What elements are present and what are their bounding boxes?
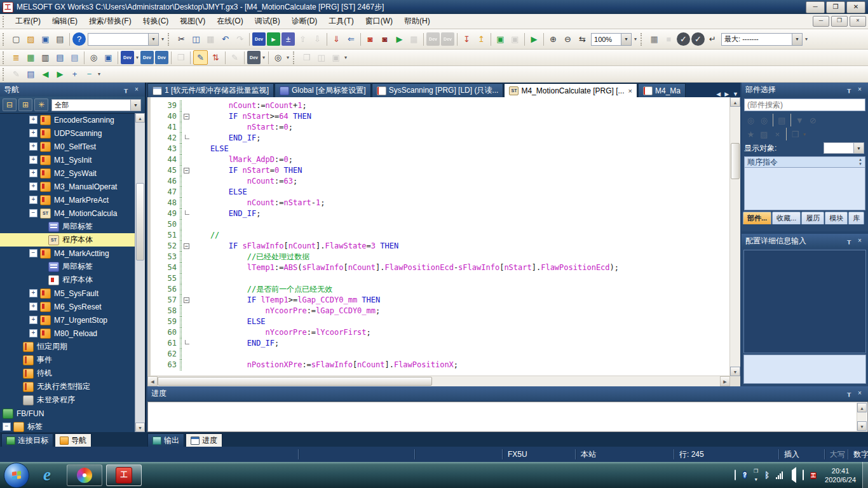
program-check-icon[interactable]: ▦ (648, 32, 661, 46)
tree-item-[interactable]: 局部标签 (0, 260, 135, 273)
scroll-right-icon[interactable]: ▶ (720, 376, 730, 386)
new-file-icon[interactable]: ▢ (10, 32, 23, 46)
gear-icon[interactable]: ✳ (34, 98, 48, 111)
internet-explorer-icon[interactable]: e (34, 464, 60, 487)
code-line-61[interactable]: 61END_IF; (147, 338, 730, 349)
element-search-input[interactable]: (部件搜索) (744, 98, 865, 111)
mdi-restore-button[interactable]: ❐ (831, 16, 848, 27)
simulation-start-icon[interactable]: ▶ (527, 32, 541, 46)
pin-icon[interactable]: ┰ (844, 389, 853, 398)
device-display-icon[interactable]: Dev (247, 51, 261, 64)
action-center-icon[interactable] (803, 471, 804, 479)
undo-icon[interactable]: ↶ (219, 32, 232, 46)
bluetooth-icon[interactable]: ᛒ (764, 471, 770, 479)
expand-box-icon[interactable]: + (29, 329, 37, 337)
editor-tab[interactable]: 1 [软元件/缓冲存储器批量监视] (147, 83, 274, 97)
device-find-icon[interactable]: Dev (121, 51, 134, 64)
tree-item-[interactable]: 恒定周期 (0, 340, 135, 353)
read-from-plc-icon[interactable]: ⇐ (344, 32, 358, 46)
mdi-minimize-button[interactable]: ─ (813, 16, 829, 27)
pin-icon[interactable]: ┰ (121, 85, 130, 94)
list-view-2-icon[interactable]: ▤ (68, 51, 81, 64)
fold-collapse-icon[interactable]: − (184, 168, 189, 173)
element-list-header[interactable]: 顺序指令 ▲▼ (744, 156, 865, 168)
dropdown-arrow-icon[interactable]: ▼ (621, 34, 631, 45)
display-target-dropdown[interactable]: 全部 ▼ (824, 142, 864, 154)
editor-hscroll-thumb[interactable] (158, 377, 432, 386)
toolbar-grip[interactable] (641, 33, 644, 46)
fold-collapse-icon[interactable]: − (184, 297, 189, 303)
chip-parameter-icon[interactable]: ▥ (39, 51, 52, 64)
zoom-fit-icon[interactable]: ⇆ (576, 32, 589, 46)
toolbar-grip[interactable] (293, 51, 297, 64)
tray-expand-icon[interactable]: ❐▾ (754, 467, 758, 484)
st-editor-icon[interactable]: ✎ (193, 50, 208, 65)
nav-scroll-thumb[interactable] (136, 183, 144, 261)
online-monitor-icon[interactable]: ▣ (494, 32, 507, 46)
nav-scrollbar[interactable]: ▲ ▼ (135, 113, 145, 432)
expand-box-icon[interactable]: + (29, 116, 37, 124)
toolbar-overflow-icon[interactable]: ▾ (262, 55, 265, 60)
expand-box-icon[interactable]: + (29, 156, 37, 164)
tree-expand-icon[interactable]: ⊞ (18, 98, 32, 111)
menu-p[interactable]: 工程(P) (10, 13, 46, 29)
copy-icon[interactable]: ◫ (189, 32, 203, 46)
expand-box-icon[interactable]: + (29, 316, 37, 324)
delete-plc-data-icon[interactable]: ◙ (378, 32, 391, 46)
scroll-left-icon[interactable]: ◀ (147, 376, 158, 386)
code-line-39[interactable]: 39nCount:=nCount+1; (147, 100, 730, 111)
editor-tab[interactable]: STM4_MotionCalculate [PRG] [...× (504, 83, 637, 97)
tree-item-m3_manualoperat[interactable]: +M3_ManualOperat (0, 180, 135, 193)
dropdown-arrow-icon[interactable]: ▼ (130, 100, 140, 111)
device-batch-monitor-icon[interactable]: Dev (252, 32, 266, 46)
buffer-memory-monitor-icon[interactable]: ± (281, 32, 295, 46)
start-button[interactable] (4, 463, 29, 488)
menu-o[interactable]: 在线(O) (211, 13, 248, 29)
toolbar-overflow-icon[interactable]: ▾ (634, 36, 637, 42)
tree-item-encoderscanning[interactable]: +EncoderScanning (0, 113, 135, 126)
input-method-icon[interactable] (735, 471, 736, 479)
toolbar-overflow-icon[interactable]: ▾ (803, 132, 806, 137)
tree-item-[interactable]: −标签 (0, 420, 135, 432)
show-desktop-button[interactable] (862, 462, 868, 488)
parts-tab-部件[interactable]: 部件... (743, 212, 771, 224)
pin-icon[interactable]: ┰ (844, 85, 853, 94)
editor-vscroll-thumb[interactable] (731, 143, 740, 179)
insert-line-icon[interactable]: + (68, 67, 81, 81)
tab-scroll-right-icon[interactable]: ▶ (724, 91, 729, 97)
tree-item-[interactable]: 程序本体 (0, 273, 135, 287)
toolbar-overflow-icon[interactable]: ▾ (287, 55, 289, 60)
nav-filter-dropdown[interactable]: 全部 ▼ (51, 99, 141, 111)
tree-item-m2_syswait[interactable]: +M2_SysWait (0, 166, 135, 180)
menu-d[interactable]: 诊断(D) (286, 13, 323, 29)
toolbar-overflow-icon[interactable]: ▾ (805, 36, 808, 42)
delete-line-icon[interactable]: − (83, 67, 96, 81)
collapse-box-icon[interactable]: − (29, 209, 37, 217)
save-icon[interactable]: ▣ (39, 32, 52, 46)
code-line-53[interactable]: 53//已经处理过数据 (147, 252, 730, 262)
code-line-46[interactable]: 46nCount:=63; (147, 176, 730, 187)
dock-tab-prog[interactable]: 进度 (186, 433, 222, 447)
convert-check-icon[interactable]: ✓ (677, 32, 690, 46)
pin-icon[interactable]: ┰ (844, 236, 853, 245)
code-line-43[interactable]: 43ELSE (147, 144, 730, 154)
fold-collapse-icon[interactable]: − (184, 243, 189, 249)
menu-t[interactable]: 工具(T) (323, 13, 359, 29)
tree-item-m4_markpreact[interactable]: +M4_MarkPreAct (0, 193, 135, 207)
maximize-button[interactable]: ❐ (826, 1, 845, 13)
close-icon[interactable]: × (855, 85, 864, 94)
find-next-icon[interactable]: ▶ (53, 67, 67, 81)
tree-item-[interactable]: 待机 (0, 367, 135, 380)
cut-icon[interactable]: ✂ (175, 32, 188, 46)
zoom-in-icon[interactable]: ⊕ (546, 32, 560, 46)
scroll-up-icon[interactable]: ▲ (135, 113, 145, 123)
dropdown-arrow-icon[interactable]: ▼ (853, 143, 864, 153)
max-combo[interactable]: 最大: -------▼ (721, 33, 803, 46)
editor-tab[interactable]: SysScanning [PRG] [LD] (只读... (372, 83, 504, 97)
toolbar-overflow-icon[interactable]: ▾ (161, 36, 164, 42)
dock-tab-out[interactable]: 输出 (147, 433, 184, 447)
dropdown-arrow-icon[interactable]: ▼ (792, 34, 802, 45)
menu-f[interactable]: 搜索/替换(F) (83, 13, 137, 29)
dock-tab-nav[interactable]: 导航 (55, 433, 92, 447)
progress-scrollbar[interactable]: ▲ ▼ (857, 403, 867, 431)
